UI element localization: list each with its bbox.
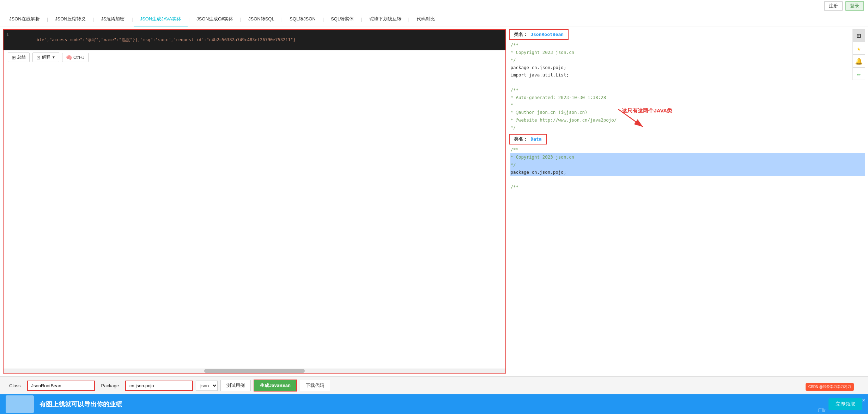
ad-label: 广告 (818, 407, 826, 413)
tab-sql-json[interactable]: SQL转JSON (283, 12, 322, 26)
code-line: import java.util.List; (510, 71, 865, 79)
code-line-highlighted: * Copyright 2023 json.cn (510, 153, 865, 161)
line-number: 1 (4, 31, 11, 49)
editor-text-segment: ble","access_mode":"读写","name":"温度"}],"m… (37, 37, 296, 42)
ad-actions: 立即领取 (828, 398, 862, 410)
class-input[interactable] (27, 381, 95, 391)
ad-banner: 有图上线就可以导出你的业绩 立即领取 广告 × (0, 394, 868, 414)
output-panel: 类名： JsonRootBean /** * Copyright 2023 js… (509, 29, 865, 374)
summary-label: 总结 (17, 54, 26, 60)
class1-label: 类名： (514, 32, 528, 37)
horizontal-scrollbar[interactable] (4, 369, 505, 373)
comment-text: */ (510, 125, 516, 130)
class2-name: Data (530, 136, 541, 142)
divider-1: | (46, 17, 49, 22)
qr-code-button[interactable]: ⊞ (852, 29, 865, 42)
code-line: /** (510, 146, 865, 153)
download-code-button[interactable]: 下载代码 (300, 380, 330, 391)
ctrlj-label: Ctrl+J (73, 55, 85, 60)
code-line: * @author json.cn (i@json.cn) (510, 109, 865, 116)
comment-text: /** (510, 42, 518, 48)
editor-panel: 1 ble","access_mode":"读写","name":"温度"}],… (3, 29, 506, 374)
tab-camel-underline[interactable]: 驼峰下划线互转 (363, 12, 408, 26)
code-line: /** (510, 183, 865, 191)
code-line: * Copyright 2023 json.cn (510, 49, 865, 56)
class2-label: 类名： (514, 136, 528, 142)
ctrlj-button[interactable]: 🧠 Ctrl+J (62, 53, 89, 62)
divider-7: | (322, 17, 324, 22)
ad-close-button[interactable]: × (862, 397, 865, 403)
class2-section: 类名： Data /** * Copyright 2023 json.cn */… (509, 134, 865, 191)
print-icon: ⊞ (12, 55, 16, 60)
class2-header: 类名： Data (509, 134, 546, 144)
class2-code: /** * Copyright 2023 json.cn */ package … (509, 146, 865, 191)
comment-text: /** (510, 147, 518, 152)
interpret-icon: ⊡ (36, 55, 41, 60)
generate-javabean-button[interactable]: 生成JavaBean (254, 380, 297, 392)
class-label: Class (6, 381, 24, 390)
comment-text: */ (510, 162, 516, 167)
tab-json-compress[interactable]: JSON压缩转义 (49, 12, 92, 26)
star-button[interactable]: ★ (852, 42, 865, 55)
bottom-toolbar: Class Package json 测试用例 生成JavaBean 下载代码 (0, 376, 868, 394)
ad-cta-button[interactable]: 立即领取 (828, 398, 862, 410)
divider-6: | (281, 17, 283, 22)
tab-code-compare[interactable]: 代码对比 (410, 12, 441, 26)
code-line: * (510, 101, 865, 109)
brain-icon: 🧠 (66, 55, 72, 60)
format-select[interactable]: json (196, 381, 218, 391)
comment-text: /** (510, 87, 518, 93)
editor-body[interactable] (4, 64, 505, 369)
tab-json-csharp[interactable]: JSON生成C#实体 (190, 12, 239, 26)
tab-json-sql[interactable]: JSON转SQL (242, 12, 281, 26)
interpret-button[interactable]: ⊡ 解释 ▼ (32, 53, 59, 62)
class1-code: /** * Copyright 2023 json.cn */ package … (509, 41, 865, 131)
summary-button[interactable]: ⊞ 总结 (8, 53, 30, 62)
interpret-label: 解释 (42, 54, 50, 60)
package-label: Package (98, 381, 123, 390)
divider-9: | (408, 17, 410, 22)
editor-content-line[interactable]: ble","access_mode":"读写","name":"温度"}],"m… (13, 31, 505, 49)
code-line-highlighted: */ (510, 161, 865, 168)
dropdown-arrow-icon: ▼ (52, 55, 55, 59)
ad-image (6, 395, 34, 413)
test-case-button[interactable]: 测试用例 (220, 380, 251, 391)
csdn-float-badge[interactable]: CSDN @我爱学习学习习习 (806, 383, 854, 391)
editor-toolbar: ⊞ 总结 ⊡ 解释 ▼ 🧠 Ctrl+J (4, 50, 505, 64)
code-line-highlighted: package cn.json.pojo; (510, 168, 865, 176)
tab-js-obfuscate[interactable]: JS混淆加密 (95, 12, 131, 26)
code-line: /** (510, 41, 865, 49)
comment-text: * @author json.cn (i@json.cn) (510, 110, 587, 115)
tab-json-parse[interactable]: JSON在线解析 (3, 12, 46, 26)
side-icons-panel: ⊞ ★ 🔔 ✏️ (852, 29, 865, 80)
package-input[interactable] (125, 381, 193, 391)
divider-3: | (131, 17, 133, 22)
class1-name: JsonRootBean (530, 32, 564, 37)
comment-text: /** (510, 184, 518, 190)
edit-button[interactable]: ✏️ (852, 67, 865, 80)
divider-5: | (239, 17, 242, 22)
code-line: /** (510, 86, 865, 94)
code-line: * Auto-generated: 2023-10-30 1:38:28 (510, 94, 865, 101)
scrollbar-thumb[interactable] (204, 369, 305, 373)
main-content: 1 ble","access_mode":"读写","name":"温度"}],… (0, 26, 868, 376)
comment-text: * @website http://www.json.cn/java2pojo/ (510, 117, 617, 123)
ad-text: 有图上线就可以导出你的业绩 (40, 400, 823, 408)
login-button[interactable]: 登录 (845, 1, 864, 11)
code-line: * @website http://www.json.cn/java2pojo/ (510, 116, 865, 124)
comment-text: * Auto-generated: 2023-10-30 1:38:28 (510, 95, 606, 100)
comment-text: * Copyright 2023 json.cn (510, 154, 574, 160)
class1-section: 类名： JsonRootBean /** * Copyright 2023 js… (509, 29, 865, 131)
output-wrapper: 类名： JsonRootBean /** * Copyright 2023 js… (509, 29, 865, 191)
bell-button[interactable]: 🔔 (852, 55, 865, 67)
tab-json-java[interactable]: JSON生成JAVA实体 (134, 12, 188, 26)
comment-text: */ (510, 57, 516, 63)
nav-tabs: JSON在线解析 | JSON压缩转义 | JS混淆加密 | JSON生成JAV… (0, 12, 868, 26)
code-line: package cn.json.pojo; (510, 64, 865, 71)
tab-sql-entity[interactable]: SQL转实体 (324, 12, 360, 26)
divider-8: | (360, 17, 363, 22)
divider-2: | (92, 17, 95, 22)
register-button[interactable]: 注册 (824, 1, 843, 11)
class1-header: 类名： JsonRootBean (509, 29, 569, 40)
comment-text: * Copyright 2023 json.cn (510, 50, 574, 55)
